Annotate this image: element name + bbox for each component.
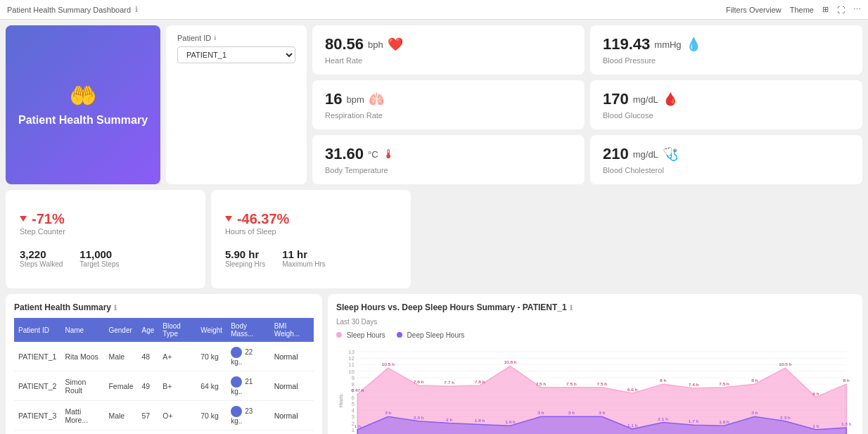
svg-text:12: 12	[349, 356, 355, 362]
col-bmi: Body Mass...	[226, 318, 269, 342]
col-bmi-weight: BMI Weigh...	[270, 318, 314, 342]
grid-icon[interactable]: ⊞	[822, 5, 829, 14]
sleep-hours-card: -46.37% Hours of Sleep 5.90 hr Sleeping …	[211, 190, 411, 288]
chart-section: Sleep Hours vs. Deep Sleep Hours Summary…	[328, 294, 862, 434]
body-temp-label: Body Temperature	[325, 166, 572, 174]
metric-card-blood-pressure: 119.43 mmHg 💧 Blood Pressure	[590, 25, 862, 75]
body-temp-icon: 🌡	[383, 147, 395, 162]
more-menu-icon[interactable]: ⋯	[853, 5, 861, 14]
heart-rate-icon: ❤️	[388, 37, 403, 52]
svg-text:2.1 h: 2.1 h	[658, 416, 668, 421]
legend-deep-sleep-dot	[397, 332, 402, 338]
table-row: PATIENT_4 Pirkko Nina Female 53 AB+ 55 k…	[14, 430, 314, 435]
svg-text:2.3 h: 2.3 h	[780, 415, 791, 420]
cell-blood-type: O+	[158, 401, 196, 430]
svg-text:8 h: 8 h	[751, 378, 758, 383]
svg-text:6 h: 6 h	[812, 391, 819, 396]
step-change-value: -71%	[32, 211, 65, 227]
cell-weight: 64 kg	[196, 371, 226, 401]
blood-glucose-value: 170	[603, 90, 629, 108]
metric-card-blood-glucose: 170 mg/dL 🩸 Blood Glucose	[590, 80, 862, 129]
blood-glucose-icon: 🩸	[663, 91, 678, 107]
svg-text:9: 9	[352, 375, 355, 381]
svg-text:6.47 h: 6.47 h	[351, 388, 364, 393]
app-bar: Patient Health Summary Dashboard ℹ Filte…	[0, 0, 868, 20]
cell-weight: 70 kg	[196, 342, 226, 371]
bmi-indicator-circle	[231, 347, 242, 358]
cell-age: 48	[137, 342, 158, 371]
expand-icon[interactable]: ⛶	[837, 6, 845, 14]
respiration-unit: bpm	[346, 94, 364, 105]
sleep-down-icon	[225, 216, 232, 222]
svg-text:7.8 h: 7.8 h	[414, 379, 424, 384]
svg-text:7.5 h: 7.5 h	[597, 381, 608, 386]
cell-age: 53	[137, 430, 158, 435]
col-age: Age	[137, 318, 158, 342]
cell-bmi-status: Normal	[270, 401, 314, 430]
svg-text:11: 11	[349, 362, 355, 369]
cell-gender: Male	[104, 401, 137, 430]
svg-text:5: 5	[352, 401, 355, 407]
svg-text:1.6 h: 1.6 h	[505, 419, 516, 424]
top-section: 🤲 Patient Health Summary Patient ID ℹ PA…	[6, 25, 862, 184]
bmi-indicator-circle	[231, 376, 242, 388]
col-blood-type: Blood Type	[158, 318, 196, 342]
metrics-grid: 80.56 bph ❤️ Heart Rate 119.43 mmHg 💧 Bl…	[312, 25, 862, 184]
table-row: PATIENT_2 Simon Roult Female 49 B+ 64 kg…	[14, 371, 314, 401]
svg-text:Hours: Hours	[337, 394, 343, 407]
target-steps-value: 11,000	[79, 248, 119, 260]
svg-text:7.5 h: 7.5 h	[566, 381, 577, 386]
chart-container: 0123456789101112136.47 h10.5 h7.8 h7.7 h…	[336, 345, 854, 434]
chart-info-icon: ℹ	[570, 304, 573, 312]
svg-text:7.7 h: 7.7 h	[444, 380, 454, 385]
sleeping-hrs-value: 5.90 hr	[225, 248, 265, 260]
svg-text:3 h: 3 h	[751, 411, 758, 416]
patient-id-label: Patient ID ℹ	[177, 34, 295, 42]
svg-text:8: 8	[352, 381, 355, 388]
cell-blood-type: A+	[158, 342, 196, 371]
step-change-label: Step Counter	[20, 227, 191, 236]
svg-text:13: 13	[349, 349, 355, 355]
cell-bmi: 23 kg..	[226, 401, 269, 430]
cell-gender: Female	[104, 430, 137, 435]
blood-cholesterol-icon: 🩺	[663, 146, 678, 162]
blood-pressure-label: Blood Pressure	[603, 56, 850, 65]
heart-rate-value: 80.56	[325, 35, 364, 53]
patient-id-info-icon: ℹ	[214, 34, 216, 42]
steps-walked-label: Steps Walked	[20, 260, 63, 268]
respiration-icon: 🫁	[369, 91, 384, 107]
cell-blood-type: AB+	[158, 430, 196, 435]
svg-text:1.3 h: 1.3 h	[841, 421, 852, 426]
cell-bmi-status: Normal	[270, 342, 314, 371]
svg-text:1.6 h: 1.6 h	[719, 419, 729, 424]
bottom-section: Patient Health Summary ℹ Patient ID Name…	[6, 294, 862, 434]
cell-weight: 70 kg	[196, 401, 226, 430]
patient-id-select[interactable]: PATIENT_1 PATIENT_2 PATIENT_3 PATIENT_4 …	[177, 46, 295, 63]
cell-bmi: 21 kg..	[226, 371, 269, 401]
cell-patient-id: PATIENT_4	[14, 430, 60, 435]
filters-overview-btn[interactable]: Filters Overview	[726, 6, 781, 14]
svg-text:10.5 h: 10.5 h	[382, 362, 395, 366]
cell-patient-id: PATIENT_1	[14, 342, 60, 371]
cell-patient-id: PATIENT_3	[14, 401, 60, 430]
svg-text:8 h: 8 h	[843, 378, 850, 383]
app-title: Patient Health Summary Dashboard	[7, 6, 131, 14]
cell-name: Matti More...	[60, 401, 104, 430]
main-content: 🤲 Patient Health Summary Patient ID ℹ PA…	[0, 20, 868, 434]
svg-text:8 h: 8 h	[660, 378, 667, 383]
respiration-label: Respiration Rate	[325, 111, 572, 120]
spacer	[416, 190, 862, 288]
cell-bmi-status: Normal	[270, 430, 314, 435]
legend-deep-sleep-hours: Deep Sleep Hours	[397, 331, 465, 339]
blood-cholesterol-unit: mg/dL	[633, 149, 658, 160]
metric-card-blood-cholesterol: 210 mg/dL 🩺 Blood Cholesterol	[590, 135, 862, 184]
svg-text:3 h: 3 h	[599, 411, 606, 416]
theme-btn[interactable]: Theme	[790, 6, 814, 14]
col-weight: Weight	[196, 318, 226, 342]
blood-cholesterol-label: Blood Cholesterol	[603, 166, 850, 174]
col-patient-id: Patient ID	[14, 318, 60, 342]
svg-text:10: 10	[349, 369, 355, 375]
cell-bmi: 23 kg..	[226, 430, 269, 435]
blood-pressure-unit: mmHg	[654, 39, 681, 50]
step-down-icon	[20, 216, 27, 222]
